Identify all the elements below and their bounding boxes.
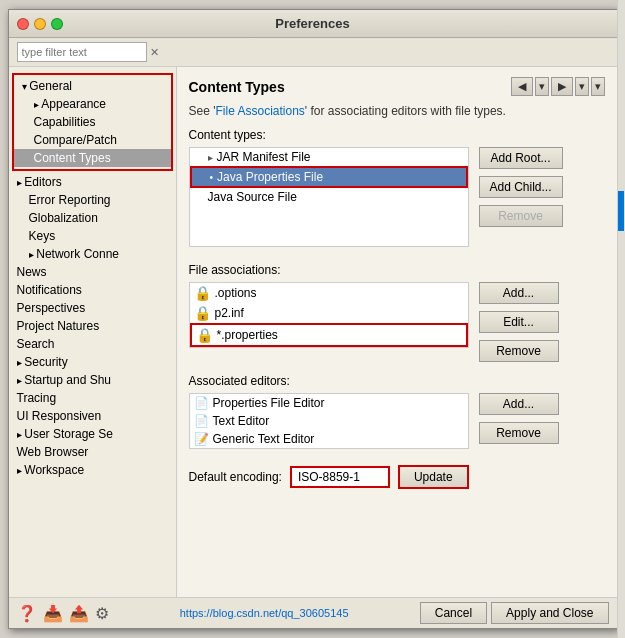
dot-icon: • bbox=[210, 172, 214, 183]
sidebar-item-security[interactable]: Security bbox=[9, 353, 176, 371]
add-assoc-button[interactable]: Add... bbox=[479, 282, 559, 304]
edit-assoc-button[interactable]: Edit... bbox=[479, 311, 559, 333]
content-types-row: JAR Manifest File • Java Properties File… bbox=[189, 147, 605, 255]
encoding-input[interactable] bbox=[290, 466, 390, 488]
file-assoc-label: File associations: bbox=[189, 263, 605, 277]
editor-item-text[interactable]: 📄 Text Editor bbox=[190, 412, 468, 430]
sidebar-item-capabilities[interactable]: Capabilities bbox=[14, 113, 171, 131]
sidebar-item-network-conne[interactable]: Network Conne bbox=[9, 245, 176, 263]
bottom-icons: ❓ 📥 📤 ⚙ bbox=[17, 604, 109, 623]
editors-row: 📄 Properties File Editor 📄 Text Editor 📝… bbox=[189, 393, 605, 457]
sidebar-item-search[interactable]: Search bbox=[9, 335, 176, 353]
title-bar: Preferences bbox=[9, 10, 617, 38]
encoding-label: Default encoding: bbox=[189, 470, 282, 484]
sidebar-item-user-storage-se[interactable]: User Storage Se bbox=[9, 425, 176, 443]
sidebar-item-general[interactable]: General bbox=[14, 77, 171, 95]
plugin-doc-icon: 📝 bbox=[194, 432, 209, 446]
clear-filter-icon[interactable]: ✕ bbox=[150, 46, 159, 59]
tree-item-jar-manifest[interactable]: JAR Manifest File bbox=[190, 148, 468, 166]
forward-button[interactable]: ▶ bbox=[551, 77, 573, 96]
file-properties-label: *.properties bbox=[217, 328, 278, 342]
bottom-bar: ❓ 📥 📤 ⚙ https://blog.csdn.net/qq_3060514… bbox=[9, 597, 617, 628]
export-icon[interactable]: 📤 bbox=[69, 604, 89, 623]
file-item-p2inf[interactable]: 🔒 p2.inf bbox=[190, 303, 468, 323]
help-icon[interactable]: ❓ bbox=[17, 604, 37, 623]
sidebar-item-ui-responsiven[interactable]: UI Responsiven bbox=[9, 407, 176, 425]
encoding-row: Default encoding: Update bbox=[189, 465, 605, 489]
sidebar-item-globalization[interactable]: Globalization bbox=[9, 209, 176, 227]
close-button[interactable] bbox=[17, 18, 29, 30]
jar-manifest-label: JAR Manifest File bbox=[217, 150, 311, 164]
bottom-actions: Cancel Apply and Close bbox=[420, 602, 609, 624]
add-child-button[interactable]: Add Child... bbox=[479, 176, 563, 198]
editor-item-props[interactable]: 📄 Properties File Editor bbox=[190, 394, 468, 412]
doc-icon-props: 📄 bbox=[194, 396, 209, 410]
java-source-label: Java Source File bbox=[208, 190, 297, 204]
content-type-buttons: Add Root... Add Child... Remove bbox=[479, 147, 563, 231]
lock-icon-p2inf: 🔒 bbox=[194, 305, 211, 321]
sidebar-item-appearance[interactable]: Appearance bbox=[14, 95, 171, 113]
editor-item-generic[interactable]: 📝 Generic Text Editor bbox=[190, 430, 468, 448]
content-types-label: Content types: bbox=[189, 128, 605, 142]
tree-item-java-properties[interactable]: • Java Properties File bbox=[190, 166, 468, 188]
description: See 'File Associations' for associating … bbox=[189, 104, 605, 118]
generic-editor-label: Generic Text Editor bbox=[213, 432, 315, 446]
sidebar-item-editors[interactable]: Editors bbox=[9, 173, 176, 191]
content-types-tree[interactable]: JAR Manifest File • Java Properties File… bbox=[189, 147, 469, 247]
add-root-button[interactable]: Add Root... bbox=[479, 147, 563, 169]
editors-label: Associated editors: bbox=[189, 374, 605, 388]
window-title: Preferences bbox=[275, 16, 349, 31]
sidebar-item-tracing[interactable]: Tracing bbox=[9, 389, 176, 407]
window-controls bbox=[17, 18, 63, 30]
apply-close-button[interactable]: Apply and Close bbox=[491, 602, 608, 624]
maximize-button[interactable] bbox=[51, 18, 63, 30]
lock-icon-options: 🔒 bbox=[194, 285, 211, 301]
sidebar-item-content-types[interactable]: Content Types bbox=[14, 149, 171, 167]
file-options-label: .options bbox=[215, 286, 257, 300]
sidebar: General Appearance Capabilities Compare/… bbox=[9, 67, 177, 597]
sidebar-item-error-reporting[interactable]: Error Reporting bbox=[9, 191, 176, 209]
import-icon[interactable]: 📥 bbox=[43, 604, 63, 623]
sidebar-item-compare-patch[interactable]: Compare/Patch bbox=[14, 131, 171, 149]
header-nav-buttons: ◀ ▾ ▶ ▾ ▾ bbox=[511, 77, 605, 96]
sidebar-item-keys[interactable]: Keys bbox=[9, 227, 176, 245]
sidebar-item-perspectives[interactable]: Perspectives bbox=[9, 299, 176, 317]
desc-suffix: ' for associating editors with file type… bbox=[305, 104, 506, 118]
sidebar-item-web-browser[interactable]: Web Browser bbox=[9, 443, 176, 461]
file-assoc-list[interactable]: 🔒 .options 🔒 p2.inf 🔒 *.properties bbox=[189, 282, 469, 348]
remove-assoc-button[interactable]: Remove bbox=[479, 340, 559, 362]
update-button[interactable]: Update bbox=[398, 465, 469, 489]
bottom-link: https://blog.csdn.net/qq_30605145 bbox=[180, 607, 349, 619]
sidebar-item-news[interactable]: News bbox=[9, 263, 176, 281]
editors-list[interactable]: 📄 Properties File Editor 📄 Text Editor 📝… bbox=[189, 393, 469, 449]
props-editor-label: Properties File Editor bbox=[213, 396, 325, 410]
tree-item-java-source[interactable]: Java Source File bbox=[190, 188, 468, 206]
main-area: General Appearance Capabilities Compare/… bbox=[9, 67, 617, 597]
menu-dropdown[interactable]: ▾ bbox=[591, 77, 605, 96]
file-p2inf-label: p2.inf bbox=[215, 306, 244, 320]
file-assoc-link[interactable]: File Associations bbox=[215, 104, 304, 118]
remove-button[interactable]: Remove bbox=[479, 205, 563, 227]
back-button[interactable]: ◀ bbox=[511, 77, 533, 96]
sidebar-item-notifications[interactable]: Notifications bbox=[9, 281, 176, 299]
remove-editor-button[interactable]: Remove bbox=[479, 422, 559, 444]
forward-dropdown[interactable]: ▾ bbox=[575, 77, 589, 96]
restore-icon[interactable]: ⚙ bbox=[95, 604, 109, 623]
sidebar-item-project-natures[interactable]: Project Natures bbox=[9, 317, 176, 335]
content-header: Content Types ◀ ▾ ▶ ▾ ▾ bbox=[189, 77, 605, 96]
lock-icon-properties: 🔒 bbox=[196, 327, 213, 343]
content-title: Content Types bbox=[189, 79, 285, 95]
sidebar-item-workspace[interactable]: Workspace bbox=[9, 461, 176, 479]
file-item-properties[interactable]: 🔒 *.properties bbox=[190, 323, 468, 347]
file-assoc-buttons: Add... Edit... Remove bbox=[479, 282, 559, 366]
java-properties-label: Java Properties File bbox=[217, 170, 323, 184]
cancel-button[interactable]: Cancel bbox=[420, 602, 487, 624]
minimize-button[interactable] bbox=[34, 18, 46, 30]
filter-input[interactable] bbox=[17, 42, 147, 62]
editors-buttons: Add... Remove bbox=[479, 393, 559, 448]
desc-prefix: See ' bbox=[189, 104, 216, 118]
sidebar-item-startup-and-shu[interactable]: Startup and Shu bbox=[9, 371, 176, 389]
add-editor-button[interactable]: Add... bbox=[479, 393, 559, 415]
back-dropdown[interactable]: ▾ bbox=[535, 77, 549, 96]
file-item-options[interactable]: 🔒 .options bbox=[190, 283, 468, 303]
